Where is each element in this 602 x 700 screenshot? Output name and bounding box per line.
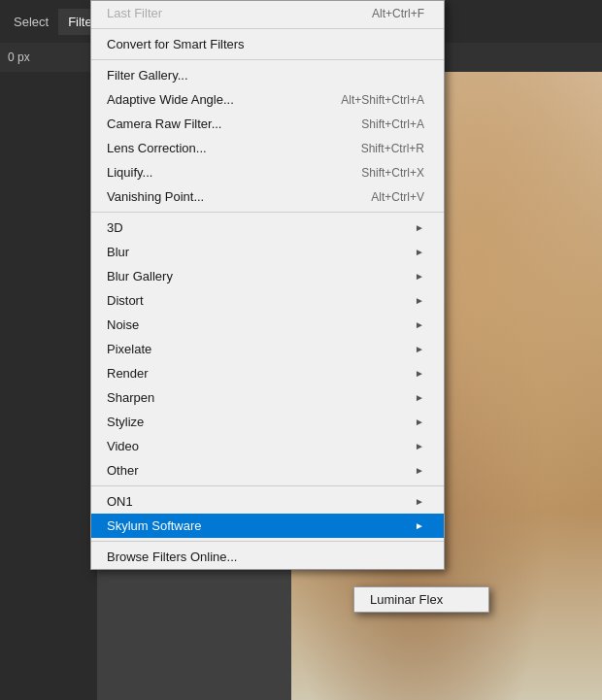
separator-5 — [91, 541, 444, 542]
menu-convert-smart[interactable]: Convert for Smart Filters — [91, 32, 444, 56]
submenu-arrow-sharpen: ► — [415, 392, 424, 403]
menu-adaptive-wide[interactable]: Adaptive Wide Angle... Alt+Shift+Ctrl+A — [91, 87, 444, 112]
menu-noise-label: Noise — [107, 317, 139, 332]
menu-pixelate-label: Pixelate — [107, 342, 151, 356]
menu-skylum[interactable]: Skylum Software ► — [91, 514, 444, 538]
menu-other[interactable]: Other ► — [91, 458, 444, 483]
menu-3d-label: 3D — [107, 220, 123, 235]
menu-stylize[interactable]: Stylize ► — [91, 410, 444, 434]
submenu-arrow-blur-gallery: ► — [415, 271, 424, 282]
menu-sharpen-label: Sharpen — [107, 390, 154, 405]
menu-blur-gallery[interactable]: Blur Gallery ► — [91, 264, 444, 288]
menu-vanishing-point[interactable]: Vanishing Point... Alt+Ctrl+V — [91, 184, 444, 209]
menu-on1[interactable]: ON1 ► — [91, 489, 444, 514]
menu-liquify-shortcut: Shift+Ctrl+X — [361, 166, 424, 180]
menu-convert-smart-label: Convert for Smart Filters — [107, 37, 245, 51]
menu-render-label: Render — [107, 366, 149, 381]
menu-blur-label: Blur — [107, 245, 129, 259]
skylum-submenu: Luminar Flex — [353, 586, 489, 613]
menu-lens-correction-label: Lens Correction... — [107, 141, 207, 155]
menu-vanishing-point-label: Vanishing Point... — [107, 189, 204, 204]
menu-blur[interactable]: Blur ► — [91, 240, 444, 264]
menu-3d-item[interactable]: 3D ► — [91, 216, 444, 240]
menu-other-label: Other — [107, 463, 139, 478]
submenu-arrow-skylum: ► — [415, 520, 424, 531]
submenu-arrow-on1: ► — [415, 496, 424, 507]
menu-blur-gallery-label: Blur Gallery — [107, 269, 173, 283]
menu-last-filter[interactable]: Last Filter Alt+Ctrl+F — [91, 1, 444, 25]
menu-on1-label: ON1 — [107, 494, 133, 509]
menu-distort-label: Distort — [107, 293, 144, 308]
menu-lens-correction[interactable]: Lens Correction... Shift+Ctrl+R — [91, 136, 444, 160]
submenu-arrow-distort: ► — [415, 295, 424, 306]
menu-render[interactable]: Render ► — [91, 361, 444, 385]
menu-distort[interactable]: Distort ► — [91, 288, 444, 313]
menu-lens-correction-shortcut: Shift+Ctrl+R — [361, 142, 424, 155]
menu-filter-gallery[interactable]: Filter Gallery... — [91, 63, 444, 87]
menu-last-filter-label: Last Filter — [107, 6, 162, 20]
submenu-arrow-pixelate: ► — [415, 344, 424, 354]
menu-video[interactable]: Video ► — [91, 434, 444, 458]
menu-video-label: Video — [107, 439, 139, 453]
menu-browse-filters[interactable]: Browse Filters Online... — [91, 545, 444, 569]
menu-last-filter-shortcut: Alt+Ctrl+F — [372, 7, 424, 20]
submenu-arrow-3d: ► — [415, 222, 424, 233]
menu-vanishing-point-shortcut: Alt+Ctrl+V — [371, 190, 424, 204]
menu-luminar-flex-label: Luminar Flex — [370, 592, 443, 607]
menu-camera-raw[interactable]: Camera Raw Filter... Shift+Ctrl+A — [91, 112, 444, 136]
menu-select[interactable]: Select — [4, 9, 58, 35]
menu-pixelate[interactable]: Pixelate ► — [91, 337, 444, 361]
submenu-arrow-video: ► — [415, 441, 424, 451]
submenu-arrow-render: ► — [415, 368, 424, 379]
menu-filter-gallery-label: Filter Gallery... — [107, 68, 188, 83]
separator-2 — [91, 59, 444, 60]
menu-camera-raw-shortcut: Shift+Ctrl+A — [361, 117, 424, 131]
submenu-arrow-stylize: ► — [415, 417, 424, 427]
separator-4 — [91, 485, 444, 486]
submenu-arrow-noise: ► — [415, 319, 424, 330]
submenu-arrow-other: ► — [415, 465, 424, 476]
menu-liquify-label: Liquify... — [107, 165, 152, 180]
separator-3 — [91, 212, 444, 213]
menu-adaptive-wide-shortcut: Alt+Shift+Ctrl+A — [341, 93, 424, 107]
submenu-arrow-blur: ► — [415, 247, 424, 257]
menu-browse-filters-label: Browse Filters Online... — [107, 550, 237, 564]
separator-1 — [91, 28, 444, 29]
filter-menu: Last Filter Alt+Ctrl+F Convert for Smart… — [90, 0, 445, 570]
menu-luminar-flex[interactable]: Luminar Flex — [354, 587, 488, 612]
left-panel — [0, 72, 97, 700]
options-value: 0 px — [8, 50, 30, 64]
menu-sharpen[interactable]: Sharpen ► — [91, 385, 444, 410]
menu-liquify[interactable]: Liquify... Shift+Ctrl+X — [91, 160, 444, 184]
menu-adaptive-wide-label: Adaptive Wide Angle... — [107, 92, 234, 107]
menu-stylize-label: Stylize — [107, 415, 144, 429]
menu-skylum-label: Skylum Software — [107, 518, 202, 533]
menu-camera-raw-label: Camera Raw Filter... — [107, 117, 221, 131]
menu-noise[interactable]: Noise ► — [91, 313, 444, 337]
